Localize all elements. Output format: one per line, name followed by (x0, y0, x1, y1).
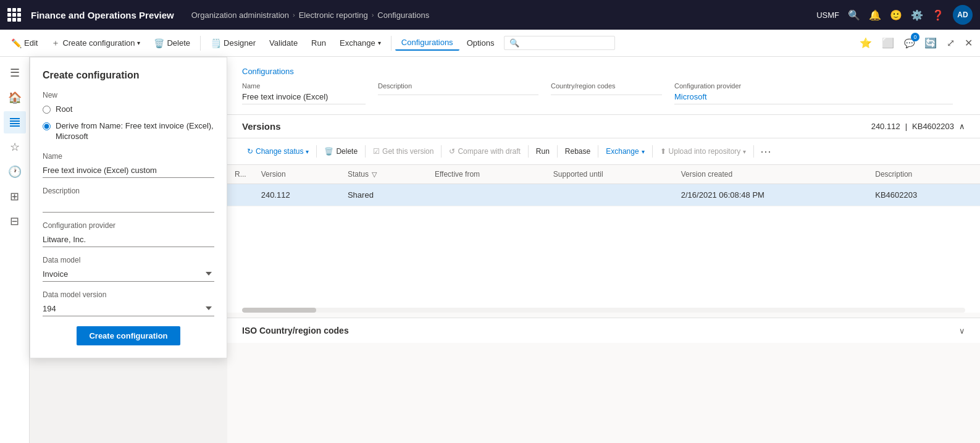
data-model-version-select[interactable]: 194 (43, 302, 214, 316)
exchange-button[interactable]: Exchange ▾ (333, 36, 387, 50)
search-input[interactable] (504, 36, 615, 50)
name-field-input[interactable] (43, 163, 214, 178)
versions-meta: 240.112 | KB4602203 ∧ (871, 122, 965, 131)
config-name-label: Name (242, 82, 366, 90)
delete-icon: 🗑️ (154, 38, 164, 48)
breadcrumb-org[interactable]: Organization administration (191, 11, 289, 20)
sidebar-item-workspaces[interactable]: ⊞ (4, 185, 26, 208)
config-country-value (551, 92, 662, 95)
main-content: Configurations Name Free text invoice (E… (227, 57, 980, 443)
breadcrumb-sep-1: › (293, 11, 295, 19)
sidebar-item-home[interactable]: 🏠 (4, 86, 26, 109)
delete-button[interactable]: 🗑️ Delete (148, 36, 196, 51)
notification-btn[interactable]: 💬 0 (902, 35, 917, 51)
sidebar-item-recent[interactable]: 🕐 (4, 161, 26, 183)
radio-root-item[interactable]: Root (43, 104, 214, 115)
compare-btn[interactable]: ↺ Compare with draft (444, 145, 525, 158)
configurations-button[interactable]: Configurations (395, 35, 459, 51)
options-button[interactable]: Options (461, 36, 501, 50)
versions-meta-sep: | (905, 122, 907, 131)
sidebar-item-list[interactable] (4, 111, 26, 133)
config-country-field: Country/region codes (551, 82, 674, 104)
col-version: Version (254, 165, 340, 184)
vtb-delete-btn[interactable]: 🗑️ Delete (319, 145, 362, 158)
cell-supported (546, 184, 674, 206)
content-area: Create configuration New Root Derive fro… (30, 57, 980, 443)
vtb-delete-icon: 🗑️ (324, 147, 333, 156)
avatar[interactable]: AD (953, 5, 973, 25)
data-model-select[interactable]: Invoice (43, 267, 214, 282)
versions-table-body: 240.112 Shared 2/16/2021 06:08:48 PM KB4… (227, 184, 980, 206)
top-nav: Finance and Operations Preview Organizat… (0, 0, 980, 30)
vtb-run-label: Run (536, 147, 550, 156)
change-status-btn[interactable]: ↻ Change status ▾ (242, 145, 314, 158)
close-icon-btn[interactable]: ✕ (962, 35, 975, 51)
radio-derive-input[interactable] (43, 122, 51, 130)
toolbar-icons-right: ⭐ ⬜ 💬 0 🔄 ⤢ ✕ (857, 35, 975, 51)
help-icon[interactable]: ❓ (932, 9, 944, 21)
upload-btn[interactable]: ⬆ Upload into repository ▾ (655, 145, 752, 158)
status-filter-icon[interactable]: ▽ (372, 171, 377, 178)
config-provider-value[interactable]: Microsoft (674, 92, 953, 104)
sidebar-item-modules[interactable]: ⊟ (4, 210, 26, 232)
compare-icon: ↺ (449, 147, 455, 156)
radio-derive-item[interactable]: Derive from Name: Free text invoice (Exc… (43, 121, 214, 142)
star-icon-btn[interactable]: ⭐ (857, 35, 874, 51)
toolbar-search (504, 36, 615, 50)
vtb-sep-6 (598, 145, 598, 158)
refresh-icon-btn[interactable]: 🔄 (922, 35, 939, 51)
h-scrollbar-thumb[interactable] (242, 308, 316, 313)
notification-badge: 0 (911, 33, 919, 41)
vtb-run-btn[interactable]: Run (531, 145, 555, 158)
compare-label: Compare with draft (458, 147, 520, 156)
versions-title: Versions (242, 121, 281, 132)
smiley-icon[interactable]: 🙂 (890, 9, 902, 21)
description-field-input[interactable] (43, 198, 214, 213)
breadcrumb-configs[interactable]: Configurations (377, 11, 429, 20)
expand-icon-btn[interactable]: ⤢ (944, 35, 957, 51)
create-config-button[interactable]: ＋ Create configuration ▾ (45, 35, 146, 51)
search-icon[interactable]: 🔍 (848, 9, 860, 21)
designer-icon: 🗒️ (211, 38, 221, 48)
sidebar-item-hamburger[interactable]: ☰ (4, 62, 26, 84)
table-empty-space (227, 206, 980, 305)
versions-header: Versions 240.112 | KB4602203 ∧ (227, 115, 980, 138)
gear-icon[interactable]: ⚙️ (911, 9, 923, 21)
cell-version: 240.112 (254, 184, 340, 206)
panel-icon-btn[interactable]: ⬜ (879, 35, 897, 51)
bell-icon[interactable]: 🔔 (869, 9, 881, 21)
rebase-btn[interactable]: Rebase (560, 145, 595, 158)
provider-field-label: Configuration provider (43, 221, 214, 230)
iso-header[interactable]: ISO Country/region codes ∨ (227, 318, 980, 343)
sidebar-item-favorites[interactable]: ☆ (4, 136, 26, 158)
data-model-version-label: Data model version (43, 290, 214, 299)
vtb-sep-1 (316, 145, 317, 158)
edit-button[interactable]: ✏️ Edit (5, 36, 44, 51)
radio-group: Root Derive from Name: Free text invoice… (43, 104, 214, 142)
svg-rect-1 (10, 120, 20, 122)
get-version-icon: ☑ (373, 147, 380, 156)
delete-label: Delete (167, 38, 190, 48)
table-row[interactable]: 240.112 Shared 2/16/2021 06:08:48 PM KB4… (227, 184, 980, 206)
exchange-vtb-btn[interactable]: Exchange ▾ (601, 145, 649, 158)
app-grid-icon[interactable] (7, 8, 21, 22)
vtb-sep-4 (528, 145, 529, 158)
col-description: Description (868, 165, 980, 184)
create-config-submit-button[interactable]: Create configuration (77, 326, 180, 345)
designer-button[interactable]: 🗒️ Designer (204, 36, 262, 51)
provider-value: Litware, Inc. (43, 232, 214, 247)
radio-root-input[interactable] (43, 106, 51, 114)
svg-rect-0 (10, 118, 20, 119)
get-version-btn[interactable]: ☑ Get this version (368, 145, 438, 158)
breadcrumb-er[interactable]: Electronic reporting (299, 11, 368, 20)
radio-root-label: Root (56, 104, 72, 115)
h-scrollbar[interactable] (242, 308, 965, 313)
run-button[interactable]: Run (305, 36, 332, 50)
vtb-sep-2 (365, 145, 366, 158)
validate-button[interactable]: Validate (263, 36, 304, 50)
col-supported: Supported until (546, 165, 674, 184)
toolbar-sep-2 (391, 36, 392, 51)
more-btn[interactable]: ⋯ (756, 143, 775, 159)
versions-collapse-icon[interactable]: ∧ (959, 122, 965, 131)
toolbar-sep-1 (200, 36, 201, 51)
